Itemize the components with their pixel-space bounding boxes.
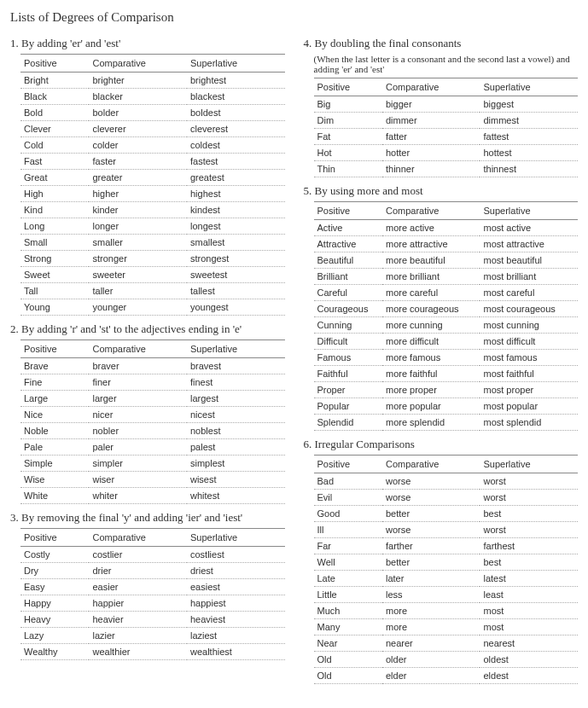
table-cell: worse (382, 522, 480, 538)
table-cell: Pale (20, 439, 89, 456)
table-row: Dimdimmerdimmest (314, 113, 579, 129)
table-cell: larger (89, 391, 187, 407)
table-cell: more proper (382, 382, 480, 398)
table-cell: worst (480, 473, 578, 490)
table-row: Oldolderoldest (314, 652, 579, 668)
table-cell: nicer (89, 407, 187, 423)
table-cell: most courageous (480, 301, 578, 317)
table-cell: paler (89, 439, 187, 456)
table-cell: best (480, 506, 578, 522)
table-cell: Bright (20, 73, 89, 89)
table-cell: more (382, 619, 480, 635)
table-row: Cunningmore cunningmost cunning (314, 317, 579, 334)
table-cell: farther (382, 538, 480, 554)
table-cell: fastest (187, 154, 285, 170)
table-row: Costlycostliercostliest (20, 547, 285, 563)
table-cell: least (480, 587, 578, 603)
table-cell: nearest (480, 635, 578, 652)
table-cell: worse (382, 473, 480, 490)
col-header-pos: Positive (314, 78, 382, 96)
table-cell: elder (382, 668, 480, 684)
col-header-pos: Positive (20, 55, 89, 73)
table-row: Famousmore famousmost famous (314, 350, 579, 366)
table-cell: more popular (382, 398, 480, 415)
table-cell: less (382, 587, 480, 603)
table-cell: dimmest (480, 113, 578, 129)
table-cell: Nice (20, 407, 89, 423)
table-cell: bigger (382, 96, 480, 113)
table-row: Greatgreatergreatest (20, 170, 285, 186)
table-cell: sweetest (187, 267, 285, 283)
table-row: Talltallertallest (20, 283, 285, 299)
col-header-pos: Positive (20, 529, 89, 547)
table-cell: Active (314, 220, 382, 236)
section-1-title: 1. By adding 'er' and 'est' (10, 37, 285, 50)
table-cell: dimmer (382, 113, 480, 129)
table-cell: Far (314, 538, 382, 554)
table-cell: biggest (480, 96, 578, 113)
table-row: Palepalerpalest (20, 439, 285, 456)
table-row: Thinthinnerthinnest (314, 161, 579, 177)
table-cell: costlier (89, 547, 187, 563)
table-cell: Simple (20, 456, 89, 472)
table-cell: most famous (480, 350, 578, 366)
table-cell: more attractive (382, 236, 480, 252)
table-row: Wisewiserwisest (20, 472, 285, 488)
table-row: Easyeasiereasiest (20, 579, 285, 595)
table-row: Heavyheavierheaviest (20, 612, 285, 628)
table-cell: Late (314, 571, 382, 587)
table-cell: longest (187, 218, 285, 235)
table-cell: brighter (89, 73, 187, 89)
table-cell: worst (480, 490, 578, 506)
table-cell: Little (314, 587, 382, 603)
table-cell: thinnest (480, 161, 578, 177)
table-cell: Costly (20, 547, 89, 563)
table-cell: kindest (187, 202, 285, 218)
table-cell: noblest (187, 423, 285, 439)
table-cell: longer (89, 218, 187, 235)
table-cell: most careful (480, 285, 578, 301)
table-cell: Fat (314, 129, 382, 145)
table-cell: Small (20, 235, 89, 251)
col-header-pos: Positive (314, 456, 382, 473)
table-cell: Big (314, 96, 382, 113)
table-cell: Popular (314, 398, 382, 415)
table-row: Hothotterhottest (314, 145, 579, 161)
table-cell: Careful (314, 285, 382, 301)
table-row: Finefinerfinest (20, 374, 285, 391)
table-cell: Clever (20, 121, 89, 137)
section-3-title: 3. By removing the final 'y' and adding … (10, 511, 285, 525)
table-cell: Difficult (314, 334, 382, 350)
table-cell: thinner (382, 161, 480, 177)
table-cell: more active (382, 220, 480, 236)
table-cell: most splendid (480, 415, 578, 431)
table-cell: happiest (187, 595, 285, 612)
table-cell: Hot (314, 145, 382, 161)
table-cell: taller (89, 283, 187, 299)
col-header-sup: Superlative (480, 78, 578, 96)
table-row: Splendidmore splendidmost splendid (314, 415, 579, 431)
table-cell: sweeter (89, 267, 187, 283)
table-row: Muchmoremost (314, 603, 579, 619)
table-row: Badworseworst (314, 473, 579, 490)
table-row: Activemore activemost active (314, 220, 579, 236)
col-header-pos: Positive (314, 202, 382, 220)
table-cell: more cunning (382, 317, 480, 334)
table-cell: Tall (20, 283, 89, 299)
table-row: Coldcoldercoldest (20, 137, 285, 154)
table-cell: boldest (187, 105, 285, 121)
table-cell: whitest (187, 488, 285, 504)
table-cell: High (20, 186, 89, 202)
table-cell: most popular (480, 398, 578, 415)
table-row: Drydrierdriest (20, 563, 285, 579)
table-cell: braver (89, 358, 187, 374)
table-cell: Thin (314, 161, 382, 177)
table-row: Faithfulmore faithfulmost faithful (314, 366, 579, 382)
table-cell: Courageous (314, 301, 382, 317)
table-row: Nearnearernearest (314, 635, 579, 652)
table-cell: wisest (187, 472, 285, 488)
section-6-table: PositiveComparativeSuperlativeBadworsewo… (314, 455, 579, 684)
table-cell: smallest (187, 235, 285, 251)
table-row: Clevercleverercleverest (20, 121, 285, 137)
table-cell: most faithful (480, 366, 578, 382)
